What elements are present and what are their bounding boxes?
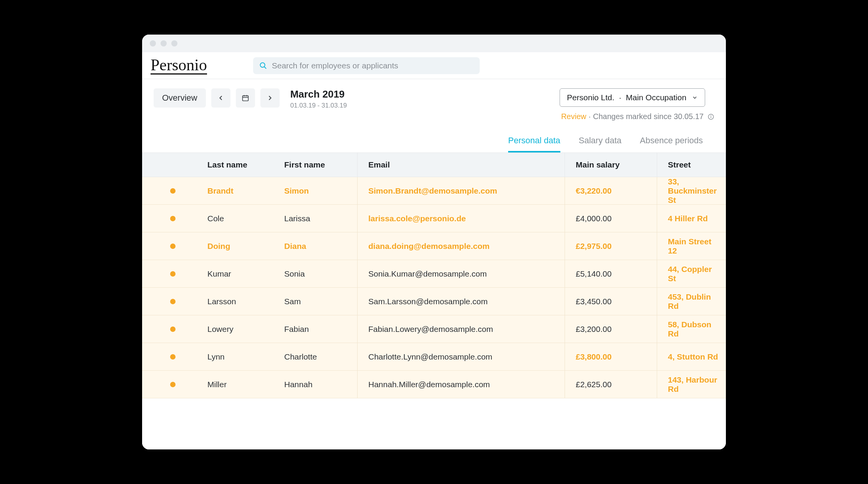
cell-lastname: Kumar <box>204 269 280 278</box>
svg-point-0 <box>260 63 265 67</box>
controls-left: Overview March 2019 <box>154 88 347 121</box>
table-row[interactable]: KumarSoniaSonia.Kumar@demosample.com£5,1… <box>142 260 726 288</box>
calendar-icon <box>242 94 249 102</box>
status-dot-icon <box>170 271 176 277</box>
col-salary-header[interactable]: Main salary <box>565 153 657 177</box>
col-firstname-header[interactable]: First name <box>280 160 357 169</box>
table-row[interactable]: LoweryFabianFabian.Lowery@demosample.com… <box>142 315 726 343</box>
window-minimize-dot[interactable] <box>161 40 167 46</box>
svg-line-1 <box>264 67 266 69</box>
cell-email: Charlotte.Lynn@demosample.com <box>357 343 565 370</box>
status-dot-icon <box>170 354 176 360</box>
svg-point-8 <box>711 115 711 116</box>
app-window: Personio Overview <box>142 35 726 449</box>
controls-right: Personio Ltd. · Main Occupation Review ·… <box>560 88 714 121</box>
cell-email: Hannah.Miller@demosample.com <box>357 371 565 398</box>
cell-lastname: Larsson <box>204 297 280 306</box>
chevron-left-icon <box>217 94 225 102</box>
cell-street: Main Street 12 <box>657 232 726 260</box>
review-label: Review <box>561 112 586 121</box>
table-row[interactable]: ColeLarissalarissa.cole@personio.de£4,00… <box>142 205 726 232</box>
row-status <box>142 271 204 277</box>
chevron-right-icon <box>266 94 274 102</box>
date-title: March 2019 <box>290 88 347 100</box>
table-row[interactable]: LynnCharlotteCharlotte.Lynn@demosample.c… <box>142 343 726 371</box>
next-month-button[interactable] <box>260 88 280 108</box>
status-dot-icon <box>170 216 176 221</box>
cell-firstname: Sam <box>280 297 357 306</box>
row-status <box>142 327 204 332</box>
cell-email: diana.doing@demosample.com <box>357 232 565 260</box>
overview-button[interactable]: Overview <box>154 88 206 108</box>
table-header: Last name First name Email Main salary S… <box>142 152 726 177</box>
controls-bar: Overview March 2019 <box>142 79 726 124</box>
search-input[interactable] <box>272 61 474 70</box>
status-dot-icon <box>170 188 176 194</box>
top-bar: Personio <box>142 52 726 79</box>
cell-street: 58, Dubson Rd <box>657 315 726 343</box>
dropdown-separator: · <box>619 93 621 102</box>
review-text: Changes marked since 30.05.17 <box>593 112 704 121</box>
cell-street: 33, Buckminster St <box>657 177 726 205</box>
cell-email: Simon.Brandt@demosample.com <box>357 177 565 205</box>
cell-firstname: Charlotte <box>280 352 357 361</box>
cell-lastname: Brandt <box>204 186 280 196</box>
chevron-down-icon <box>692 94 698 101</box>
table-row[interactable]: LarssonSamSam.Larsson@demosample.com£3,4… <box>142 288 726 315</box>
dropdown-occupation: Main Occupation <box>626 93 686 102</box>
cell-street: 143, Harbour Rd <box>657 371 726 398</box>
tab-salary-data[interactable]: Salary data <box>579 136 621 152</box>
cell-lastname: Lynn <box>204 352 280 361</box>
table-body: BrandtSimonSimon.Brandt@demosample.com€3… <box>142 177 726 398</box>
cell-street: 453, Dublin Rd <box>657 288 726 315</box>
tab-absence-periods[interactable]: Absence periods <box>640 136 703 152</box>
window-close-dot[interactable] <box>150 40 156 46</box>
table-row[interactable]: DoingDianadiana.doing@demosample.com£2,9… <box>142 232 726 260</box>
row-status <box>142 354 204 360</box>
cell-email: larissa.cole@personio.de <box>357 205 565 232</box>
cell-firstname: Simon <box>280 186 357 196</box>
row-status <box>142 382 204 387</box>
table-row[interactable]: MillerHannahHannah.Miller@demosample.com… <box>142 371 726 398</box>
window-maximize-dot[interactable] <box>171 40 177 46</box>
cell-street: 4, Stutton Rd <box>657 343 726 370</box>
row-status <box>142 299 204 304</box>
date-range: 01.03.19 - 31.03.19 <box>290 102 347 109</box>
col-email-header[interactable]: Email <box>357 153 565 177</box>
search-icon <box>259 61 267 70</box>
col-lastname-header[interactable]: Last name <box>204 160 280 169</box>
employee-table: Last name First name Email Main salary S… <box>142 152 726 449</box>
date-block: March 2019 01.03.19 - 31.03.19 <box>290 88 347 109</box>
cell-lastname: Cole <box>204 214 280 223</box>
search-box[interactable] <box>253 57 480 74</box>
info-icon[interactable] <box>707 113 714 120</box>
cell-salary: £4,000.00 <box>565 205 657 232</box>
cell-firstname: Hannah <box>280 380 357 389</box>
calendar-button[interactable] <box>236 88 255 108</box>
row-status <box>142 216 204 221</box>
cell-firstname: Diana <box>280 242 357 251</box>
cell-street: 4 Hiller Rd <box>657 205 726 232</box>
svg-rect-2 <box>242 96 248 101</box>
review-line: Review · Changes marked since 30.05.17 <box>560 112 714 121</box>
tabs: Personal dataSalary dataAbsence periods <box>142 124 726 152</box>
cell-firstname: Larissa <box>280 214 357 223</box>
cell-email: Sonia.Kumar@demosample.com <box>357 260 565 287</box>
cell-lastname: Doing <box>204 242 280 251</box>
cell-salary: €3,220.00 <box>565 177 657 205</box>
company-occupation-dropdown[interactable]: Personio Ltd. · Main Occupation <box>560 88 705 107</box>
cell-firstname: Sonia <box>280 269 357 278</box>
tab-personal-data[interactable]: Personal data <box>508 136 560 152</box>
cell-email: Sam.Larsson@demosample.com <box>357 288 565 315</box>
cell-salary: £3,450.00 <box>565 288 657 315</box>
table-row[interactable]: BrandtSimonSimon.Brandt@demosample.com€3… <box>142 177 726 205</box>
col-street-header[interactable]: Street <box>657 153 726 177</box>
cell-firstname: Fabian <box>280 325 357 334</box>
dropdown-company: Personio Ltd. <box>567 93 615 102</box>
prev-month-button[interactable] <box>211 88 230 108</box>
app-logo: Personio <box>151 57 207 75</box>
cell-salary: £3,200.00 <box>565 315 657 343</box>
status-dot-icon <box>170 244 176 249</box>
row-status <box>142 244 204 249</box>
status-dot-icon <box>170 382 176 387</box>
